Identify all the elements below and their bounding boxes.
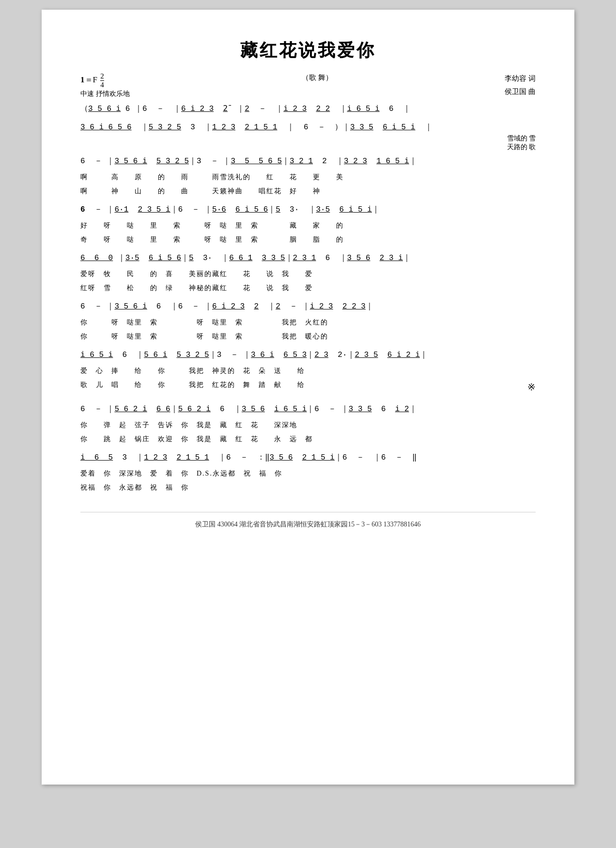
lyrics-5a: 爱 心 捧 给 你 我把 神灵的 花 朵 送 给	[80, 366, 536, 376]
music-author: 侯卫国 曲	[505, 85, 536, 98]
music-notation-7: i 6 5 i 6 ｜5 6 i 5 3 2 5｜3 － ｜3 6 i 6 5 …	[80, 347, 536, 363]
key-signature: 1＝F 2 4	[80, 72, 130, 89]
lyrics-7a: 爱着 你 深深地 爱 着 你 D.S.永远都 祝 福 你	[80, 468, 536, 479]
music-notation-2: 3 6 i 6 5 6 ｜5 3 2 5 3 ｜1 2 3 2 1 5 1 ｜ …	[80, 120, 536, 135]
tempo-marking: 中速 抒情欢乐地	[80, 90, 130, 98]
score-row-7: i 6 5 i 6 ｜5 6 i 5 3 2 5｜3 － ｜3 6 i 6 5 …	[80, 347, 536, 363]
music-notation-1: （3 5 6 i 6 ｜6 － ｜6 i 2 3 2̄ ｜2 － ｜i 2 3 …	[80, 101, 536, 117]
music-notation-9: i 6 5 3 ｜1 2 3 2 1 5 1 ｜6 － ：‖3 5 6 2 1 …	[80, 450, 536, 465]
sheet-music-page: 藏红花说我爱你 1＝F 2 4 中速 抒情欢乐地 （歌 舞） 李幼容 词 侯卫国…	[42, 10, 574, 785]
score-section: （3 5 6 i 6 ｜6 － ｜6 i 2 3 2̄ ｜2 － ｜i 2 3 …	[80, 101, 536, 493]
lyrics-5b: 歌 儿 唱 给 你 我把 红花的 舞 踏 献 给	[80, 380, 523, 390]
music-notation-8: 6 － ｜5 6 2 i 6 6｜5 6 2 i 6 ｜3 5 6 i 6 5 …	[80, 401, 536, 417]
score-row-9: i 6 5 3 ｜1 2 3 2 1 5 1 ｜6 － ：‖3 5 6 2 1 …	[80, 450, 536, 465]
song-title: 藏红花说我爱你	[80, 39, 536, 62]
score-row-1: （3 5 6 i 6 ｜6 － ｜6 i 2 3 2̄ ｜2 － ｜i 2 3 …	[80, 101, 536, 117]
lyrics-author: 李幼容 词	[505, 72, 536, 85]
lyrics-6a: 你 弹 起 弦子 告诉 你 我是 藏 红 花 深深地	[80, 420, 536, 431]
time-signature: 2 4	[100, 72, 104, 89]
lyrics-3b: 红呀 雪 松 的 绿 神秘的藏红 花 说 我 爱	[80, 283, 536, 293]
lyrics-6b: 你 跳 起 锅庄 欢迎 你 我是 藏 红 花 永 远 都	[80, 434, 536, 444]
lyrics-4a: 你 呀 哒里 索 呀 哒里 索 我把 火红的	[80, 317, 536, 328]
score-row-2: 3 6 i 6 5 6 ｜5 3 2 5 3 ｜1 2 3 2 1 5 1 ｜ …	[80, 120, 536, 135]
music-notation-3: 6 － ｜3 5 6 i 5 3 2 5｜3 － ｜3 5 5 6 5｜3 2 …	[80, 154, 536, 169]
header-info: 1＝F 2 4 中速 抒情欢乐地 （歌 舞） 李幼容 词 侯卫国 曲	[80, 72, 536, 98]
score-row-5: 6 6 0 ｜3·5 6 i 5 6｜5 3· ｜6 6 1 3 3 5｜2 3…	[80, 250, 536, 266]
score-row-4: 6 － ｜6·1 2 3 5 i｜6 － ｜5·6 6 i 5 6｜5 3· ｜…	[80, 202, 536, 217]
music-notation-5: 6 6 0 ｜3·5 6 i 5 6｜5 3· ｜6 6 1 3 3 5｜2 3…	[80, 250, 536, 266]
score-row-8: 6 － ｜5 6 2 i 6 6｜5 6 2 i 6 ｜3 5 6 i 6 5 …	[80, 401, 536, 417]
segno-mark: ※	[527, 381, 536, 393]
lyrics-2a: 好 呀 哒 里 索 呀 哒 里 索 藏 家 的	[80, 220, 536, 231]
lyrics-4b: 你 呀 哒里 索 呀 哒里 索 我把 暖心的	[80, 332, 536, 341]
lyrics-7b: 祝福 你 永远都 祝 福 你	[80, 483, 536, 493]
lyrics-1a: 啊 高 原 的 雨 雨雪洗礼的 红 花 更 美	[80, 172, 536, 183]
footer: 侯卫国 430064 湖北省音协武昌南湖恒安路虹顶家园15－3－603 1337…	[80, 512, 536, 529]
music-notation-4: 6 － ｜6·1 2 3 5 i｜6 － ｜5·6 6 i 5 6｜5 3· ｜…	[80, 202, 536, 217]
subtitle: （歌 舞）	[130, 72, 505, 82]
music-notation-6: 6 － ｜3 5 6 i 6 ｜6 － ｜6 i 2 3 2 ｜2 － ｜i 2…	[80, 299, 536, 314]
lyrics-3a: 爱呀 牧 民 的 喜 美丽的藏红 花 说 我 爱	[80, 269, 536, 279]
author-block: 李幼容 词 侯卫国 曲	[505, 72, 536, 98]
score-row-6: 6 － ｜3 5 6 i 6 ｜6 － ｜6 i 2 3 2 ｜2 － ｜i 2…	[80, 299, 536, 314]
lyrics-2b: 奇 呀 哒 里 索 呀 哒 里 索 胭 脂 的	[80, 235, 536, 245]
score-row-3: 6 － ｜3 5 6 i 5 3 2 5｜3 － ｜3 5 5 6 5｜3 2 …	[80, 154, 536, 169]
lyrics-1b: 啊 神 山 的 曲 天籁神曲 唱红花 好 神	[80, 186, 536, 196]
verse-annotation-1: 雪域的 雪天路的 歌	[80, 134, 536, 152]
key-time-block: 1＝F 2 4 中速 抒情欢乐地	[80, 72, 130, 98]
lyrics-5b-row: 歌 儿 唱 给 你 我把 红花的 舞 踏 献 给 ※	[80, 380, 536, 396]
